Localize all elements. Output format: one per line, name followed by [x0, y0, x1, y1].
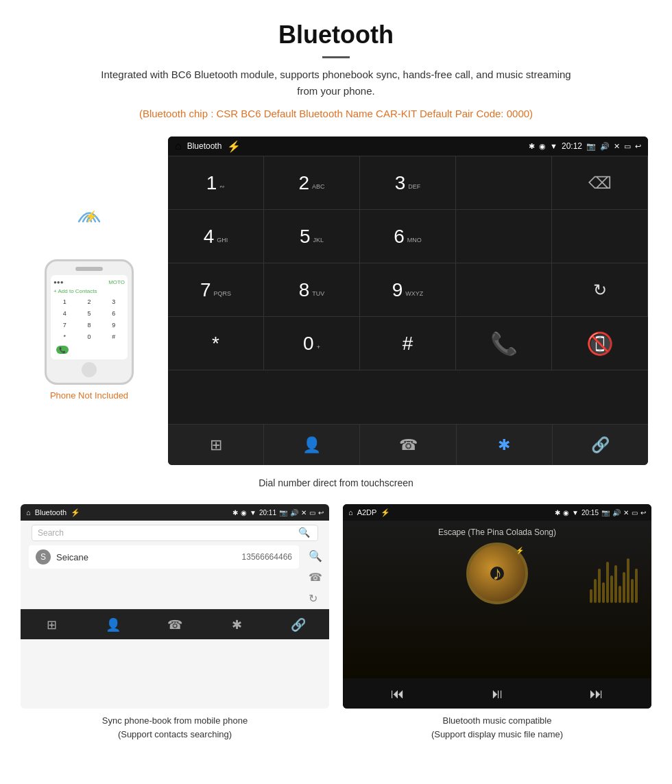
music-panel: ⌂ A2DP ⚡ ✱◉▼ 20:15 📷🔊✕▭↩ Escape (The Pin…	[343, 504, 651, 741]
phonebook-caption: Sync phone-book from mobile phone (Suppo…	[21, 714, 329, 741]
music-home-icon: ⌂	[348, 508, 353, 516]
phone-device-mockup: ●●●MOTO + Add to Contacts 123 456 789 *0…	[45, 259, 134, 385]
main-content: ⚡ ●●●MOTO + Add to Contacts 123 456 789 …	[0, 136, 672, 741]
pb-nav-bt[interactable]: ✱	[206, 610, 267, 639]
pb-side-icons: 🔍 ☎ ↻	[304, 545, 326, 609]
key-call-green[interactable]: 📞	[456, 317, 552, 370]
pb-status-left: ⌂ Bluetooth ⚡	[26, 508, 80, 517]
key-star[interactable]: *	[168, 317, 264, 370]
contact-number: 13566664466	[242, 552, 292, 562]
back-icon: ↩	[635, 142, 641, 151]
key-8[interactable]: 8TUV	[264, 263, 360, 317]
phonebook-caption-line2: (Support contacts searching)	[118, 729, 232, 739]
phonebook-panel: ⌂ Bluetooth ⚡ ✱◉▼ 20:11 📷🔊✕▭↩ Search 🔍	[21, 504, 329, 741]
dialpad-status-bar: ⌂ Bluetooth ⚡ ✱ ◉ ▼ 20:12 📷 🔊 ✕ ▭ ↩	[168, 136, 648, 156]
key-5[interactable]: 5JKL	[264, 210, 360, 263]
key-6[interactable]: 6MNO	[360, 210, 456, 263]
prev-button[interactable]: ⏮	[391, 686, 405, 702]
key-9[interactable]: 9WXYZ	[360, 263, 456, 317]
status-bar-right: ✱ ◉ ▼ 20:12 📷 🔊 ✕ ▭ ↩	[529, 141, 641, 151]
pb-call-side-icon[interactable]: ☎	[309, 571, 322, 584]
close-icon: ✕	[614, 142, 620, 151]
key-4[interactable]: 4GHI	[168, 210, 264, 263]
bluetooth-signal-icon: ⚡	[72, 201, 106, 228]
phone-mockup-area: ⚡ ●●●MOTO + Add to Contacts 123 456 789 …	[24, 201, 154, 401]
search-icon: 🔍	[298, 527, 310, 538]
next-button[interactable]: ⏭	[590, 686, 603, 702]
pb-nav-dialpad[interactable]: ⊞	[21, 610, 82, 639]
pb-nav-contacts[interactable]: 👤	[82, 610, 144, 639]
phone-not-included-label: Phone Not Included	[50, 390, 128, 401]
location-icon: ◉	[539, 142, 546, 151]
usb-icon: ⚡	[227, 140, 241, 153]
pb-refresh-side-icon[interactable]: ↻	[309, 592, 322, 605]
pb-status-right: ✱◉▼ 20:11 📷🔊✕▭↩	[232, 509, 324, 516]
key-3[interactable]: 3DEF	[360, 156, 456, 210]
bt-icon: ✱	[529, 142, 535, 151]
key-refresh[interactable]: ↻	[552, 263, 648, 317]
key-2[interactable]: 2ABC	[264, 156, 360, 210]
phone-add-contacts: + Add to Contacts	[53, 288, 125, 294]
music-usb-icon: ⚡	[381, 508, 390, 517]
pb-nav-phone[interactable]: ☎	[144, 610, 206, 639]
music-body: Escape (The Pina Colada Song) ♪ ⚡	[343, 521, 651, 678]
music-equalizer	[590, 548, 638, 603]
phone-screen-header: ●●●MOTO	[53, 279, 125, 285]
pb-search-side-icon[interactable]: 🔍	[309, 549, 322, 562]
nav-link[interactable]: 🔗	[553, 425, 648, 465]
phonebook-body: S Seicane 13566664466 🔍 ☎ ↻	[23, 545, 326, 609]
phonebook-nav-bar: ⊞ 👤 ☎ ✱ 🔗	[21, 609, 329, 639]
music-status-bar: ⌂ A2DP ⚡ ✱◉▼ 20:15 📷🔊✕▭↩	[343, 504, 651, 521]
phone-bottom-row: 📞	[53, 344, 125, 355]
nav-bluetooth[interactable]: ✱	[457, 425, 553, 465]
music-app-name: A2DP	[357, 508, 377, 516]
key-backspace[interactable]: ⌫	[552, 156, 648, 210]
header-description: Integrated with BC6 Bluetooth module, su…	[96, 67, 576, 99]
header-specs: (Bluetooth chip : CSR BC6 Default Blueto…	[27, 108, 645, 119]
play-pause-button[interactable]: ⏯	[490, 686, 504, 702]
phonebook-caption-line1: Sync phone-book from mobile phone	[102, 715, 248, 726]
phonebook-search-bar[interactable]: Search	[32, 525, 318, 541]
nav-dialpad[interactable]: ⊞	[168, 425, 264, 465]
bottom-panels: ⌂ Bluetooth ⚡ ✱◉▼ 20:11 📷🔊✕▭↩ Search 🔍	[21, 504, 651, 741]
phonebook-status-bar: ⌂ Bluetooth ⚡ ✱◉▼ 20:11 📷🔊✕▭↩	[21, 504, 329, 521]
volume-icon: 🔊	[600, 142, 610, 151]
music-album-art: ♪ ⚡	[466, 543, 528, 604]
key-7[interactable]: 7PQRS	[168, 263, 264, 317]
svg-text:⚡: ⚡	[84, 210, 98, 223]
camera-icon: 📷	[586, 142, 596, 151]
dial-caption: Dial number direct from touchscreen	[259, 477, 413, 488]
phone-home-button	[82, 362, 97, 377]
music-song-title: Escape (The Pina Colada Song)	[438, 527, 556, 537]
dialpad-screen: ⌂ Bluetooth ⚡ ✱ ◉ ▼ 20:12 📷 🔊 ✕ ▭ ↩	[168, 136, 648, 465]
pb-app-name: Bluetooth	[35, 508, 67, 516]
nav-phone[interactable]: ☎	[360, 425, 456, 465]
signal-icon: ▼	[550, 142, 557, 150]
key-1[interactable]: 1∾	[168, 156, 264, 210]
status-app-name: Bluetooth	[187, 141, 222, 151]
music-note-icon: ♪	[492, 562, 502, 584]
page-title: Bluetooth	[27, 21, 645, 49]
pb-nav-link[interactable]: 🔗	[267, 610, 329, 639]
key-empty-1	[456, 156, 552, 210]
phonebook-screen: ⌂ Bluetooth ⚡ ✱◉▼ 20:11 📷🔊✕▭↩ Search 🔍	[21, 504, 329, 709]
music-caption-line1: Bluetooth music compatible	[443, 715, 552, 726]
dialpad-grid: 1∾ 2ABC 3DEF ⌫ 4GHI 5JKL	[168, 156, 648, 424]
nav-contacts[interactable]: 👤	[264, 425, 360, 465]
key-empty-3	[552, 210, 648, 263]
music-bt-badge: ⚡	[516, 547, 524, 554]
music-caption: Bluetooth music compatible (Support disp…	[343, 714, 651, 741]
music-controls: ⏮ ⏯ ⏭	[343, 678, 651, 709]
time-display: 20:12	[562, 141, 582, 151]
key-0[interactable]: 0+	[264, 317, 360, 370]
header-divider	[322, 56, 350, 58]
window-icon: ▭	[624, 142, 631, 151]
key-hash[interactable]: #	[360, 317, 456, 370]
music-screen: ⌂ A2DP ⚡ ✱◉▼ 20:15 📷🔊✕▭↩ Escape (The Pin…	[343, 504, 651, 709]
phone-screen: ●●●MOTO + Add to Contacts 123 456 789 *0…	[51, 275, 128, 359]
key-call-red[interactable]: 📵	[552, 317, 648, 370]
key-empty-4	[456, 263, 552, 317]
phone-call-button[interactable]: 📞	[56, 346, 69, 354]
contact-row[interactable]: S Seicane 13566664466	[29, 545, 299, 569]
phone-keypad: 123 456 789 *0#	[53, 297, 125, 342]
